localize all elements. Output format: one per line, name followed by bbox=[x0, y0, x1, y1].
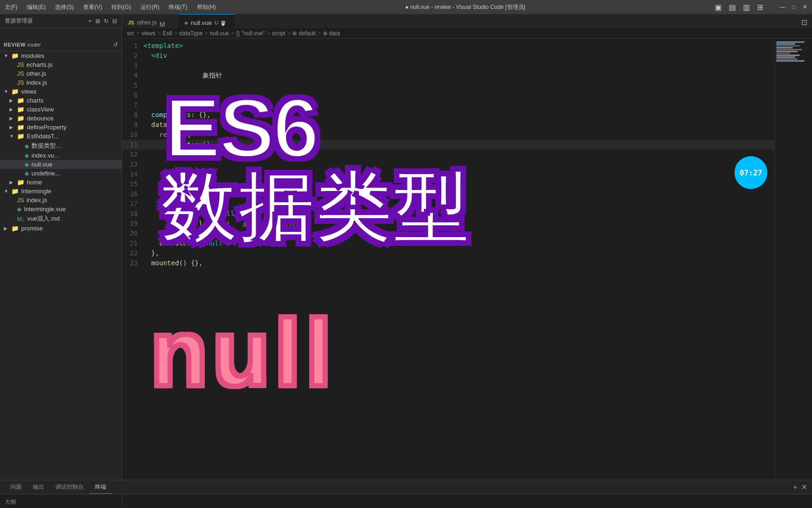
sidebar-item-intermingle-vue[interactable]: ◈ Intermingle.vue bbox=[0, 205, 122, 214]
goto-menu[interactable]: 转到(G) bbox=[111, 3, 131, 11]
sidebar-item-vue-mixin[interactable]: M↓ vue混入.md bbox=[0, 214, 122, 224]
run-menu[interactable]: 运行(R) bbox=[141, 3, 160, 11]
collapse-icon[interactable]: ⊟ bbox=[112, 18, 117, 24]
sidebar-item-promise[interactable]: ▶ 📁 promise bbox=[0, 224, 122, 233]
code-line-20: 20 } bbox=[122, 229, 774, 238]
code-line-12: 12 bbox=[122, 150, 774, 159]
bc-sep-8: > bbox=[318, 30, 321, 37]
line-num-23: 23 bbox=[122, 258, 143, 268]
code-line-1: 1 <template> bbox=[122, 41, 774, 51]
sidebar-item-modules[interactable]: ▼ 📁 modules bbox=[0, 51, 122, 60]
review-label: REVIEW bbox=[4, 42, 25, 48]
bc-script[interactable]: script bbox=[272, 30, 286, 37]
close-button[interactable]: ✕ bbox=[803, 4, 807, 10]
view-menu[interactable]: 查看(V) bbox=[83, 3, 102, 11]
sidebar: REVIEW router ↺ ▼ 📁 modules JS echarts.j… bbox=[0, 39, 122, 480]
terminal-menu[interactable]: 终端(T) bbox=[169, 3, 187, 11]
sidebar-item-defineprop[interactable]: ▶ 📁 defineProperty bbox=[0, 123, 122, 132]
layout-icon-4[interactable]: ⊞ bbox=[757, 3, 763, 12]
panel-tab-debug[interactable]: 调试控制台 bbox=[50, 480, 89, 494]
mini-line-8 bbox=[776, 55, 800, 56]
intermingle-arrow: ▼ bbox=[4, 189, 11, 194]
explorer-actions[interactable]: + ⊞ ↻ ⊟ bbox=[88, 18, 117, 24]
select-menu[interactable]: 选择(S) bbox=[55, 3, 74, 11]
split-editor-icon[interactable]: ⊡ bbox=[801, 18, 807, 27]
sidebar-item-charts[interactable]: ▶ 📁 charts bbox=[0, 96, 122, 105]
sidebar-item-index-modules[interactable]: JS index.js bbox=[0, 78, 122, 87]
file-menu[interactable]: 文(F) bbox=[5, 3, 17, 11]
minimize-button[interactable]: — bbox=[780, 4, 785, 10]
bc-default[interactable]: ⊕ default bbox=[292, 30, 315, 37]
bc-data[interactable]: ⊕ data bbox=[323, 30, 340, 37]
panel-add-icon[interactable]: + bbox=[793, 483, 797, 492]
sidebar-item-classview[interactable]: ▶ 📁 classView bbox=[0, 105, 122, 114]
tab-modified-icon: M bbox=[159, 21, 163, 24]
line-num-13: 13 bbox=[122, 159, 143, 169]
sidebar-item-views[interactable]: ▼ 📁 views bbox=[0, 87, 122, 96]
panel-tab-problems[interactable]: 问题 bbox=[5, 480, 27, 494]
line-content-23: mounted() {}, bbox=[143, 258, 203, 268]
new-file-icon[interactable]: + bbox=[88, 18, 92, 24]
classview-label: classView bbox=[27, 106, 54, 113]
sidebar-item-datatypes-vue[interactable]: ◈ 数据类型... bbox=[0, 141, 122, 151]
edit-menu[interactable]: 编辑(E) bbox=[27, 3, 46, 11]
modules-label: modules bbox=[21, 52, 44, 59]
mini-line-10 bbox=[776, 58, 797, 60]
bc-nullvue[interactable]: null.vue bbox=[210, 30, 229, 37]
line-content-8: components: {}, bbox=[143, 110, 211, 120]
maximize-button[interactable]: □ bbox=[792, 4, 796, 10]
help-menu[interactable]: 帮助(H) bbox=[197, 3, 216, 11]
code-line-23: 23 mounted() {}, bbox=[122, 258, 774, 268]
code-line-22: 22 }, bbox=[122, 248, 774, 258]
mini-line-3 bbox=[776, 45, 800, 47]
sidebar-item-intermingle[interactable]: ▼ 📁 Intermingle bbox=[0, 187, 122, 196]
terminal-line-1: 4586ms bbox=[128, 498, 806, 508]
bc-views[interactable]: views bbox=[141, 30, 156, 37]
sidebar-item-home[interactable]: ▶ 📁 home bbox=[0, 178, 122, 187]
views-arrow: ▼ bbox=[4, 89, 11, 94]
mini-line-11 bbox=[776, 60, 804, 62]
sidebar-item-other[interactable]: JS other.js bbox=[0, 69, 122, 78]
line-content-19: console.log('bri_ 是一个对象的引用') bbox=[143, 219, 303, 229]
code-line-3: 3 bbox=[122, 61, 774, 71]
sidebar-item-es6-datatype[interactable]: ▼ 📁 Es6\dataT... bbox=[0, 132, 122, 141]
sidebar-item-index-intermingle[interactable]: JS index.js bbox=[0, 196, 122, 205]
intermingle-folder-icon: 📁 bbox=[11, 188, 19, 195]
layout-icon-3[interactable]: ▥ bbox=[743, 3, 750, 12]
index-modules-js-icon: JS bbox=[17, 79, 24, 86]
line-num-15: 15 bbox=[122, 179, 143, 189]
panel-close-icon[interactable]: ✕ bbox=[801, 483, 807, 492]
line-content-9: data() { bbox=[143, 120, 183, 130]
new-folder-icon[interactable]: ⊞ bbox=[95, 18, 100, 24]
sidebar-item-null-vue[interactable]: ◈ null.vue bbox=[0, 160, 122, 169]
layout-icon-1[interactable]: ▣ bbox=[715, 3, 722, 12]
line-content-2: <div bbox=[143, 51, 167, 61]
panel-content: 大纲 时间线 NPM 脚本 { } pack... ⚙ se... ...ser… bbox=[0, 494, 812, 508]
bc-es6[interactable]: Es6 bbox=[163, 30, 172, 37]
code-editor[interactable]: 1 <template> 2 <div 3 4 象指针 5 bbox=[122, 39, 774, 480]
sidebar-breadcrumb-spacer bbox=[0, 28, 122, 39]
panel-tab-terminal[interactable]: 终端 bbox=[89, 480, 112, 494]
sidebar-item-undefined-vue[interactable]: ◈ undefine... bbox=[0, 169, 122, 178]
titlebar-controls: ▣ ▤ ▥ ⊞ — □ ✕ bbox=[715, 3, 807, 12]
panel-tab-output[interactable]: 输出 bbox=[27, 480, 50, 494]
sidebar-item-echarts[interactable]: JS echarts.js bbox=[0, 60, 122, 69]
echarts-js-icon: JS bbox=[17, 61, 24, 68]
bc-src[interactable]: src bbox=[127, 30, 134, 37]
sidebar-item-debounce[interactable]: ▶ 📁 debounce bbox=[0, 114, 122, 123]
bc-datatype[interactable]: dataType bbox=[180, 30, 203, 37]
terminal-content[interactable]: 4586ms 100...998/ bbox=[122, 494, 812, 508]
left-panel: 大纲 时间线 NPM 脚本 { } pack... ⚙ se... ...ser… bbox=[0, 494, 122, 508]
views-label: views bbox=[21, 88, 37, 95]
sidebar-topbar: 资源管理器 + ⊞ ↻ ⊟ JS other.js M ◈ null.vue U… bbox=[0, 14, 812, 28]
undefined-vue-label: undefine... bbox=[31, 170, 60, 177]
code-line-21: 21 console.log(null == undefined) bbox=[122, 238, 774, 248]
line-content-22: }, bbox=[143, 248, 159, 258]
sidebar-collapse-icon[interactable]: ↺ bbox=[113, 41, 118, 48]
int-vue-icon: ◈ bbox=[17, 206, 22, 213]
sidebar-item-index-vue[interactable]: ◈ index.vu... bbox=[0, 151, 122, 160]
refresh-icon[interactable]: ↻ bbox=[104, 18, 109, 24]
line-num-7: 7 bbox=[122, 100, 143, 110]
bc-obj[interactable]: {} "null.vue" bbox=[236, 30, 265, 37]
layout-icon-2[interactable]: ▤ bbox=[729, 3, 736, 12]
